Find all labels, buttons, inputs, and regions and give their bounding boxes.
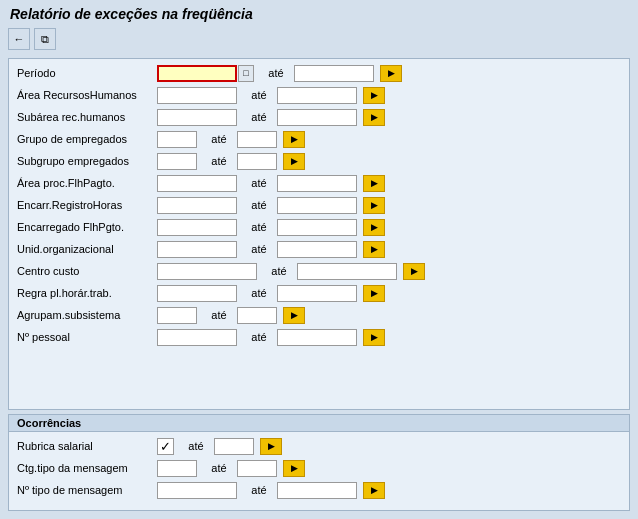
grupo-emp-nav-btn[interactable]	[283, 131, 305, 148]
area-proc-label: Área proc.FlhPagto.	[17, 177, 157, 189]
ate-label-2: até	[249, 89, 269, 101]
subarea-rh-label: Subárea rec.humanos	[17, 111, 157, 123]
encarr-reg-nav-btn[interactable]	[363, 197, 385, 214]
encarr-reg-from-input[interactable]	[157, 197, 237, 214]
num-tipo-label: Nº tipo de mensagem	[17, 484, 157, 496]
ctg-tipo-from-input[interactable]	[157, 460, 197, 477]
subgrupo-emp-to-input[interactable]	[237, 153, 277, 170]
num-tipo-from-input[interactable]	[157, 482, 237, 499]
main-content: Período □ até Área RecursosHumanos até S…	[0, 54, 638, 519]
subgrupo-emp-from-input[interactable]	[157, 153, 197, 170]
ate-label-13: até	[249, 331, 269, 343]
agrupam-from-input[interactable]	[157, 307, 197, 324]
area-proc-to-input[interactable]	[277, 175, 357, 192]
main-fields-section: Período □ até Área RecursosHumanos até S…	[8, 58, 630, 410]
ate-label-16: até	[249, 484, 269, 496]
regra-pl-row: Regra pl.horár.trab. até	[17, 283, 621, 303]
num-pessoal-to-input[interactable]	[277, 329, 357, 346]
ocorrencias-body: Rubrica salarial ✓ até Ctg.tipo da mensa…	[9, 432, 629, 506]
agrupam-to-input[interactable]	[237, 307, 277, 324]
num-pessoal-label: Nº pessoal	[17, 331, 157, 343]
centro-custo-from-input[interactable]	[157, 263, 257, 280]
num-pessoal-nav-btn[interactable]	[363, 329, 385, 346]
encarregado-row: Encarregado FlhPgto. até	[17, 217, 621, 237]
grupo-emp-to-input[interactable]	[237, 131, 277, 148]
agrupam-label: Agrupam.subsistema	[17, 309, 157, 321]
periodo-from-input[interactable]	[157, 65, 237, 82]
regra-pl-label: Regra pl.horár.trab.	[17, 287, 157, 299]
centro-custo-row: Centro custo até	[17, 261, 621, 281]
ate-label-3: até	[249, 111, 269, 123]
ate-label-8: até	[249, 221, 269, 233]
agrupam-row: Agrupam.subsistema até	[17, 305, 621, 325]
encarr-reg-to-input[interactable]	[277, 197, 357, 214]
copy-button[interactable]: ⧉	[34, 28, 56, 50]
rubrica-nav-btn[interactable]	[260, 438, 282, 455]
ctg-tipo-row: Ctg.tipo da mensagem até	[17, 458, 621, 478]
ate-label-4: até	[209, 133, 229, 145]
ate-label-15: até	[209, 462, 229, 474]
ate-label-12: até	[209, 309, 229, 321]
area-proc-from-input[interactable]	[157, 175, 237, 192]
rubrica-checkbox[interactable]: ✓	[157, 438, 174, 455]
subgrupo-emp-nav-btn[interactable]	[283, 153, 305, 170]
num-tipo-to-input[interactable]	[277, 482, 357, 499]
ocorrencias-label: Ocorrências	[17, 417, 81, 429]
subarea-rh-nav-btn[interactable]	[363, 109, 385, 126]
regra-pl-to-input[interactable]	[277, 285, 357, 302]
encarregado-from-input[interactable]	[157, 219, 237, 236]
centro-custo-nav-btn[interactable]	[403, 263, 425, 280]
rubrica-row: Rubrica salarial ✓ até	[17, 436, 621, 456]
subgrupo-emp-label: Subgrupo empregados	[17, 155, 157, 167]
subarea-rh-from-input[interactable]	[157, 109, 237, 126]
back-button[interactable]: ←	[8, 28, 30, 50]
ocorrencias-section: Ocorrências Rubrica salarial ✓ até Ctg.t…	[8, 414, 630, 511]
unid-org-row: Unid.organizacional até	[17, 239, 621, 259]
encarregado-to-input[interactable]	[277, 219, 357, 236]
periodo-nav-btn[interactable]	[380, 65, 402, 82]
rubrica-label: Rubrica salarial	[17, 440, 157, 452]
subarea-rh-to-input[interactable]	[277, 109, 357, 126]
agrupam-nav-btn[interactable]	[283, 307, 305, 324]
periodo-row: Período □ até	[17, 63, 621, 83]
unid-org-from-input[interactable]	[157, 241, 237, 258]
ctg-tipo-nav-btn[interactable]	[283, 460, 305, 477]
subgrupo-emp-row: Subgrupo empregados até	[17, 151, 621, 171]
unid-org-nav-btn[interactable]	[363, 241, 385, 258]
num-pessoal-row: Nº pessoal até	[17, 327, 621, 347]
num-tipo-nav-btn[interactable]	[363, 482, 385, 499]
encarregado-label: Encarregado FlhPgto.	[17, 221, 157, 233]
area-rh-from-input[interactable]	[157, 87, 237, 104]
grupo-emp-from-input[interactable]	[157, 131, 197, 148]
area-proc-row: Área proc.FlhPagto. até	[17, 173, 621, 193]
ocorrencias-header: Ocorrências	[9, 415, 629, 432]
ate-label-9: até	[249, 243, 269, 255]
encarregado-nav-btn[interactable]	[363, 219, 385, 236]
area-rh-nav-btn[interactable]	[363, 87, 385, 104]
num-pessoal-from-input[interactable]	[157, 329, 237, 346]
area-rh-label: Área RecursosHumanos	[17, 89, 157, 101]
centro-custo-to-input[interactable]	[297, 263, 397, 280]
periodo-label: Período	[17, 67, 157, 79]
title-bar: Relatório de exceções na freqüência	[0, 0, 638, 26]
periodo-to-input[interactable]	[294, 65, 374, 82]
area-rh-row: Área RecursosHumanos até	[17, 85, 621, 105]
encarr-reg-label: Encarr.RegistroHoras	[17, 199, 157, 211]
subarea-rh-row: Subárea rec.humanos até	[17, 107, 621, 127]
num-tipo-row: Nº tipo de mensagem até	[17, 480, 621, 500]
ate-label-14: até	[186, 440, 206, 452]
rubrica-to-input[interactable]	[214, 438, 254, 455]
unid-org-to-input[interactable]	[277, 241, 357, 258]
periodo-select-btn[interactable]: □	[238, 65, 254, 82]
ctg-tipo-label: Ctg.tipo da mensagem	[17, 462, 157, 474]
ate-label-7: até	[249, 199, 269, 211]
grupo-emp-label: Grupo de empregados	[17, 133, 157, 145]
grupo-emp-row: Grupo de empregados até	[17, 129, 621, 149]
area-proc-nav-btn[interactable]	[363, 175, 385, 192]
area-rh-to-input[interactable]	[277, 87, 357, 104]
regra-pl-from-input[interactable]	[157, 285, 237, 302]
ctg-tipo-to-input[interactable]	[237, 460, 277, 477]
ate-label-5: até	[209, 155, 229, 167]
regra-pl-nav-btn[interactable]	[363, 285, 385, 302]
unid-org-label: Unid.organizacional	[17, 243, 157, 255]
